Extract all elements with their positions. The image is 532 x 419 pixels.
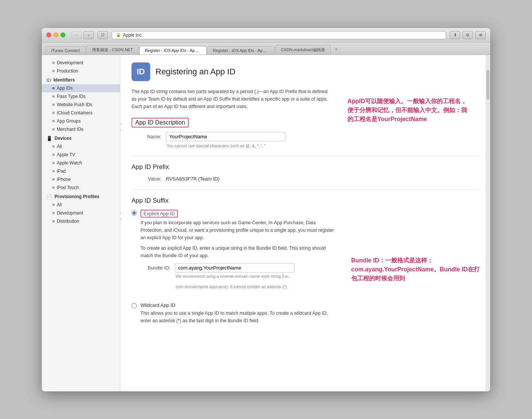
sidebar-item-icloud-containers[interactable]: iCloud Containers xyxy=(42,109,120,117)
navigation-buttons: ‹ › xyxy=(71,31,94,39)
back-button[interactable]: ‹ xyxy=(71,31,82,39)
divider-2 xyxy=(132,189,479,190)
explicit-app-id-option: Explicit App ID ➤ If you plan to incorpo… xyxy=(132,210,479,295)
intro-text: The App ID string contains two parts sep… xyxy=(132,88,333,110)
tab-markdown[interactable]: CSDN-markdown编辑器 xyxy=(275,45,331,55)
app-id-prefix-section: App ID Prefix Value: RVSA8S3F7R (Team ID… xyxy=(132,163,479,182)
share-button[interactable]: ⬆ xyxy=(450,31,460,39)
devices-icon: 📱 xyxy=(46,136,52,141)
traffic-lights xyxy=(46,33,65,37)
sidebar-dot xyxy=(52,120,55,122)
explicit-desc-1: If you plan to incorporate app services … xyxy=(140,219,335,241)
tab-register-active[interactable]: Register - iOS App IDs - Apple Developer xyxy=(139,46,207,55)
maximize-button[interactable] xyxy=(61,33,65,37)
bundle-id-hint-1: We recommend using a reverse-domain name… xyxy=(176,274,335,278)
prefix-value: RVSA8S3F7R (Team ID) xyxy=(166,176,220,182)
sidebar-dot xyxy=(52,104,55,106)
scrollbar[interactable] xyxy=(486,55,490,391)
sidebar-dot xyxy=(52,95,55,98)
add-tab-button[interactable]: + xyxy=(331,45,341,54)
name-hint: You cannot use special characters such a… xyxy=(167,144,479,148)
content-area: ID Registering an App ID The App ID stri… xyxy=(120,55,490,391)
sidebar-item-all-devices[interactable]: All xyxy=(42,142,120,151)
tab-register-2[interactable]: Register - iOS App IDs - Apple Developer xyxy=(207,46,275,55)
sidebar-dot xyxy=(52,170,55,172)
explicit-label: Explicit App ID xyxy=(140,210,178,218)
wildcard-radio[interactable] xyxy=(132,303,137,308)
tab-csdn[interactable]: 博客频道 - CSDN.NET xyxy=(86,45,139,55)
explicit-desc-2: To create an explicit App ID, enter a un… xyxy=(140,244,335,259)
sidebar-dot xyxy=(52,187,55,189)
show-all-tabs-button[interactable]: ☷ xyxy=(98,31,108,39)
sidebar-section-identifiers: ID Identifiers xyxy=(42,75,120,84)
app-id-description-title: App ID Description xyxy=(132,118,189,127)
page-title-area: ID Registering an App ID xyxy=(132,62,479,81)
divider-1 xyxy=(132,155,479,156)
sidebar-section-devices: 📱 Devices xyxy=(42,133,120,142)
sidebar-dot xyxy=(52,62,55,64)
minimize-button[interactable] xyxy=(53,33,58,37)
wildcard-content: Wildcard App ID This allows you to use a… xyxy=(140,302,335,324)
sidebar-item-apple-tv[interactable]: Apple TV xyxy=(42,151,120,159)
suffix-title: App ID Suffix xyxy=(132,197,479,204)
identifiers-icon: ID xyxy=(46,77,51,83)
sidebar-dot xyxy=(52,112,55,114)
bundle-id-row: Bundle ID: xyxy=(140,263,335,272)
app-id-suffix-section: App ID Suffix Explicit App ID ➤ If you p… xyxy=(132,197,479,324)
sidebar-item-development-profile[interactable]: Development xyxy=(42,209,120,217)
bundle-id-input[interactable] xyxy=(175,263,294,272)
sidebar-item-development-cert[interactable]: Development xyxy=(42,59,120,67)
sidebar-item-apple-watch[interactable]: Apple Watch xyxy=(42,159,120,167)
extensions-button[interactable]: ⊕ xyxy=(475,31,486,39)
red-arrow-2: ➤ xyxy=(120,210,122,223)
wildcard-label: Wildcard App ID xyxy=(140,302,175,308)
sidebar-item-ipod-touch[interactable]: iPod Touch xyxy=(42,184,120,192)
tab-bar: iTunes Connect 博客频道 - CSDN.NET Register … xyxy=(42,43,490,55)
sidebar-item-production-cert[interactable]: Production xyxy=(42,67,120,75)
main-area: Development Production ID Identifiers Ap… xyxy=(42,55,490,391)
app-id-icon: ID xyxy=(132,62,150,81)
sidebar-item-pass-type-ids[interactable]: Pass Type IDs xyxy=(42,92,120,101)
sidebar-item-all-profiles[interactable]: All xyxy=(42,201,120,209)
sidebar-dot xyxy=(52,178,55,181)
annotation-1: AppID可以随便输入。一般输入你的工程名，便于分辨和记忆，但不能输入中文。例如… xyxy=(344,95,471,125)
sidebar-dot xyxy=(52,145,55,148)
sidebar-dot xyxy=(52,204,55,206)
browser-window: ‹ › ☷ 🔒 Apple Inc. ⬆ ⧉ ⊕ iTunes Connect … xyxy=(42,28,490,391)
url-text: Apple Inc. xyxy=(123,33,143,38)
sidebar-item-app-groups[interactable]: App Groups xyxy=(42,117,120,125)
prefix-value-row: Value: RVSA8S3F7R (Team ID) xyxy=(132,176,479,182)
sidebar-item-app-ids[interactable]: App IDs xyxy=(42,84,120,92)
sidebar-dot xyxy=(52,154,55,156)
sidebar-item-iphone[interactable]: iPhone xyxy=(42,175,120,184)
bundle-id-label: Bundle ID: xyxy=(140,265,170,271)
title-bar: ‹ › ☷ 🔒 Apple Inc. ⬆ ⧉ ⊕ xyxy=(42,28,490,43)
sidebar-item-ipad[interactable]: iPad xyxy=(42,167,120,175)
address-bar[interactable]: 🔒 Apple Inc. xyxy=(112,31,446,39)
red-arrow-1: ➤ xyxy=(120,121,122,134)
explicit-radio[interactable] xyxy=(132,210,137,216)
new-tab-button[interactable]: ⧉ xyxy=(463,31,473,39)
sidebar-dot xyxy=(52,212,55,214)
name-label: Name: xyxy=(132,134,161,139)
prefix-value-label: Value: xyxy=(132,176,161,182)
sidebar-section-provisioning: 📄 Provisioning Profiles xyxy=(42,192,120,201)
sidebar-item-merchant-ids[interactable]: Merchant IDs xyxy=(42,125,120,133)
name-field-row: Name: xyxy=(132,132,479,141)
sidebar-item-website-push-ids[interactable]: Website Push IDs xyxy=(42,101,120,109)
name-input[interactable] xyxy=(166,132,285,141)
tab-itunes-connect[interactable]: iTunes Connect xyxy=(46,46,86,55)
bundle-id-hint-2: com.domainname.appname). It cannot conta… xyxy=(176,284,335,289)
lock-icon: 🔒 xyxy=(116,33,121,37)
wildcard-app-id-option: Wildcard App ID This allows you to use a… xyxy=(132,302,479,324)
forward-button[interactable]: › xyxy=(83,31,94,39)
sidebar: Development Production ID Identifiers Ap… xyxy=(42,55,120,391)
page-title: Registering an App ID xyxy=(155,67,235,77)
close-button[interactable] xyxy=(46,33,51,37)
sidebar-dot xyxy=(52,70,55,72)
scrollbar-thumb xyxy=(486,70,489,100)
app-id-description-section: App ID Description Name: You cannot use … xyxy=(132,118,479,148)
sidebar-dot xyxy=(52,162,55,164)
sidebar-dot-active xyxy=(52,87,55,89)
sidebar-item-distribution-profile[interactable]: Distribution xyxy=(42,217,120,225)
